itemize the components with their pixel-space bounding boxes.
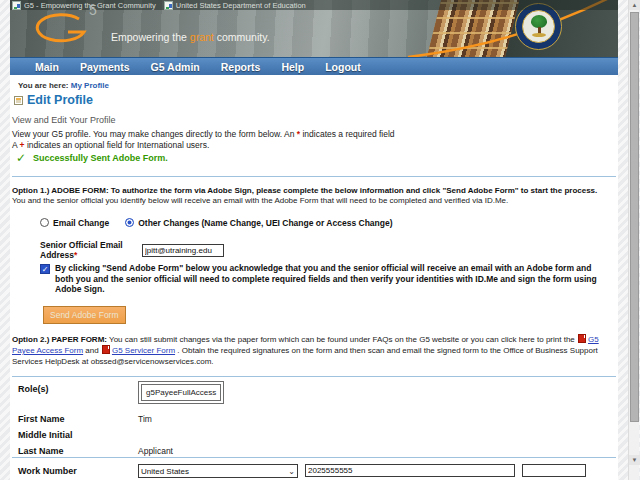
option1-heading: Option 1.) ADOBE FORM: — [12, 186, 109, 195]
nav-item-logout[interactable]: Logout — [325, 61, 361, 73]
roles-value[interactable]: g5PayeeFullAccess — [141, 384, 221, 401]
last-name-value: Applicant — [138, 446, 173, 456]
work-number-label: Work Number — [18, 466, 77, 476]
senior-official-email-row: Senior Official Email Address* — [40, 240, 224, 260]
department-of-education-seal — [515, 3, 562, 50]
intro-line2-post: indicates an optional field for Internat… — [25, 140, 210, 150]
breadcrumb: You are here: My Profile — [18, 81, 109, 90]
option2-text1: You can still submit changes via the pap… — [107, 335, 577, 344]
option2-text2: and — [83, 346, 101, 355]
g5-logo-g — [35, 12, 91, 46]
option1-line1: To authorize the form via Adobe Sign, pl… — [109, 186, 598, 195]
radio-email-change-label: Email Change — [53, 218, 109, 228]
g5-logo-five: 5 — [89, 2, 97, 18]
success-message: ✓Successfully Sent Adobe Form. — [16, 151, 168, 165]
scroll-down-button[interactable]: ▼ — [629, 455, 640, 465]
work-country-select[interactable]: United States ⌄ — [138, 464, 298, 478]
option2-heading: Option 2.) PAPER FORM: — [12, 335, 107, 344]
intro-line1: View your G5 profile. You may make chang… — [12, 129, 297, 139]
first-name-label: First Name — [18, 414, 65, 424]
breadcrumb-prefix: You are here: — [18, 81, 69, 90]
scroll-up-button[interactable]: ▲ — [629, 0, 640, 10]
section-divider — [12, 457, 616, 458]
alt-text-ed: United States Department of Education — [176, 1, 306, 10]
change-type-radio-group: Email Change Other Changes (Name Change,… — [40, 218, 393, 228]
pdf-icon — [578, 334, 586, 343]
intro-line1-post: indicates a required field — [300, 129, 395, 139]
acknowledgement-row: ✓ By clicking "Send Adobe Form" below yo… — [40, 263, 606, 295]
email-required-symbol: * — [74, 250, 77, 260]
scrollbar-thumb[interactable] — [630, 12, 639, 422]
radio-email-change[interactable]: Email Change — [40, 218, 109, 228]
vertical-scrollbar[interactable]: ▲ ▼ — [628, 0, 639, 480]
edit-profile-icon — [14, 96, 23, 105]
main-navbar: Main Payments G5 Admin Reports Help Logo… — [10, 57, 618, 75]
page-subtitle: View and Edit Your Profile — [12, 115, 115, 125]
success-check-icon: ✓ — [16, 151, 26, 165]
breadcrumb-my-profile-link[interactable]: My Profile — [71, 81, 109, 90]
banner-tagline: Empowering the grant community. — [111, 31, 270, 43]
tagline-pre: Empowering the — [111, 31, 190, 43]
site-banner: G5 - Empowering the Grant Community Unit… — [10, 0, 618, 57]
g5-servicer-form-link[interactable]: G5 Servicer Form — [112, 346, 175, 355]
intro-line2: A — [12, 140, 20, 150]
email-label: Senior Official Email Address* — [40, 240, 142, 260]
banner-alt-labels: G5 - Empowering the Grant Community Unit… — [12, 1, 306, 10]
option2-paragraph: Option 2.) PAPER FORM: You can still sub… — [12, 334, 604, 367]
work-country-value: United States — [141, 467, 189, 476]
email-label-text: Senior Official Email Address — [40, 240, 123, 260]
middle-initial-label: Middle Initial — [18, 430, 73, 440]
page-content: G5 - Empowering the Grant Community Unit… — [10, 0, 618, 480]
work-extension-input[interactable] — [522, 464, 586, 477]
radio-other-changes-label: Other Changes (Name Change, UEI Change o… — [138, 218, 392, 228]
option1-paragraph: Option 1.) ADOBE FORM: To authorize the … — [12, 186, 597, 206]
section-divider — [12, 176, 616, 177]
seal-gold-base — [532, 33, 546, 37]
alt-image-g5: G5 - Empowering the Grant Community — [12, 1, 156, 10]
last-name-label: Last Name — [18, 446, 64, 456]
option1-line2: You and the senior official you identify… — [12, 196, 508, 205]
senior-official-email-input[interactable] — [142, 244, 224, 257]
intro-text: View your G5 profile. You may make chang… — [12, 129, 395, 151]
chevron-down-icon: ⌄ — [288, 467, 295, 476]
page-title-row: Edit Profile — [14, 93, 93, 107]
section-divider — [12, 376, 616, 377]
alt-image-ed: United States Department of Education — [164, 1, 306, 10]
first-name-value: Tim — [138, 414, 152, 424]
nav-item-help[interactable]: Help — [281, 61, 304, 73]
roles-label: Role(s) — [18, 384, 49, 394]
pdf-icon — [102, 345, 110, 354]
page-title: Edit Profile — [27, 93, 93, 107]
send-adobe-form-button[interactable]: Send Adobe Form — [43, 306, 126, 324]
nav-item-reports[interactable]: Reports — [221, 61, 261, 73]
nav-item-g5-admin[interactable]: G5 Admin — [151, 61, 200, 73]
broken-image-icon — [12, 1, 21, 10]
tagline-post: community. — [214, 31, 270, 43]
nav-item-main[interactable]: Main — [35, 61, 59, 73]
tagline-accent: grant — [190, 31, 214, 43]
nav-item-payments[interactable]: Payments — [80, 61, 130, 73]
acknowledgement-text: By clicking "Send Adobe Form" below you … — [55, 263, 606, 295]
work-phone-input[interactable] — [305, 464, 515, 477]
radio-other-changes[interactable]: Other Changes (Name Change, UEI Change o… — [125, 218, 392, 228]
radio-button-unselected[interactable] — [40, 218, 49, 227]
acknowledgement-checkbox[interactable]: ✓ — [40, 264, 50, 274]
success-text: Successfully Sent Adobe Form. — [33, 153, 168, 163]
broken-image-icon — [164, 1, 173, 10]
roles-listbox[interactable]: g5PayeeFullAccess — [138, 381, 224, 404]
seal-inner-ring — [522, 10, 555, 43]
radio-button-selected[interactable] — [125, 218, 134, 227]
